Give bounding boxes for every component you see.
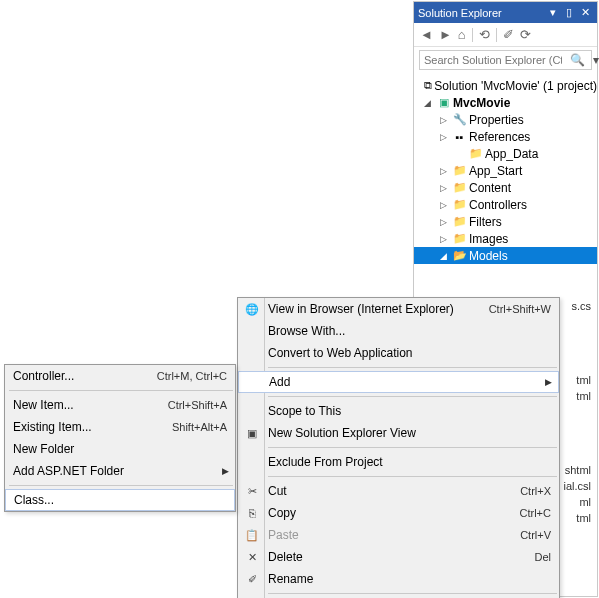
menu-paste: 📋PasteCtrl+V xyxy=(238,524,559,546)
ghost-file: tml xyxy=(557,390,597,406)
context-menu: 🌐View in Browser (Internet Explorer)Ctrl… xyxy=(237,297,560,598)
copy-icon: ⎘ xyxy=(244,507,260,519)
show-button[interactable]: ✐ xyxy=(503,27,514,42)
search-box[interactable]: 🔍 ▾ xyxy=(419,50,592,70)
ghost-file: ml xyxy=(557,496,597,512)
ghost-file: shtml xyxy=(557,464,597,480)
tree: ⧉Solution 'MvcMovie' (1 project) ◢▣MvcMo… xyxy=(414,73,597,268)
search-input[interactable] xyxy=(420,54,566,66)
search-icon[interactable]: 🔍 xyxy=(566,53,589,67)
submenu-class[interactable]: Class... xyxy=(5,489,235,511)
tree-item-properties[interactable]: ▷🔧Properties xyxy=(414,111,597,128)
separator xyxy=(268,367,557,368)
submenu-controller[interactable]: Controller...Ctrl+M, Ctrl+C xyxy=(5,365,235,387)
ghost-file: tml xyxy=(557,512,597,528)
menu-view-in-browser[interactable]: 🌐View in Browser (Internet Explorer)Ctrl… xyxy=(238,298,559,320)
separator xyxy=(472,28,473,42)
menu-convert[interactable]: Convert to Web Application xyxy=(238,342,559,364)
submenu-arrow-icon: ▶ xyxy=(222,466,229,476)
scope-button[interactable]: ⟲ xyxy=(479,27,490,42)
tree-item-references[interactable]: ▷▪▪References xyxy=(414,128,597,145)
back-button[interactable]: ◄ xyxy=(420,27,433,42)
pin-icon[interactable]: ▯ xyxy=(561,6,577,19)
close-icon[interactable]: ✕ xyxy=(577,6,593,19)
submenu-arrow-icon: ▶ xyxy=(545,377,552,387)
tree-item-content[interactable]: ▷📁Content xyxy=(414,179,597,196)
separator xyxy=(268,476,557,477)
cut-icon: ✂ xyxy=(244,485,260,498)
menu-delete[interactable]: ✕DeleteDel xyxy=(238,546,559,568)
add-submenu: Controller...Ctrl+M, Ctrl+C New Item...C… xyxy=(4,364,236,512)
tree-item-controllers[interactable]: ▷📁Controllers xyxy=(414,196,597,213)
menu-add[interactable]: Add▶ xyxy=(238,371,559,393)
panel-title: Solution Explorer xyxy=(418,7,545,19)
dropdown-icon[interactable]: ▾ xyxy=(545,6,561,19)
separator xyxy=(268,447,557,448)
delete-icon: ✕ xyxy=(244,551,260,564)
refresh-button[interactable]: ⟳ xyxy=(520,27,531,42)
tree-item-models[interactable]: ◢📂Models xyxy=(414,247,597,264)
submenu-new-folder[interactable]: New Folder xyxy=(5,438,235,460)
separator xyxy=(9,485,233,486)
menu-new-view[interactable]: ▣New Solution Explorer View xyxy=(238,422,559,444)
browser-icon: 🌐 xyxy=(244,303,260,316)
panel-toolbar: ◄ ► ⌂ ⟲ ✐ ⟳ xyxy=(414,23,597,47)
tree-item-filters[interactable]: ▷📁Filters xyxy=(414,213,597,230)
search-dropdown-icon[interactable]: ▾ xyxy=(589,53,599,67)
menu-cut[interactable]: ✂CutCtrl+X xyxy=(238,480,559,502)
menu-exclude[interactable]: Exclude From Project xyxy=(238,451,559,473)
tree-item-images[interactable]: ▷📁Images xyxy=(414,230,597,247)
separator xyxy=(268,593,557,594)
separator xyxy=(9,390,233,391)
paste-icon: 📋 xyxy=(244,529,260,542)
separator xyxy=(496,28,497,42)
menu-rename[interactable]: ✐Rename xyxy=(238,568,559,590)
forward-button[interactable]: ► xyxy=(439,27,452,42)
submenu-new-item[interactable]: New Item...Ctrl+Shift+A xyxy=(5,394,235,416)
submenu-aspnet-folder[interactable]: Add ASP.NET Folder▶ xyxy=(5,460,235,482)
menu-scope[interactable]: Scope to This xyxy=(238,400,559,422)
menu-copy[interactable]: ⎘CopyCtrl+C xyxy=(238,502,559,524)
separator xyxy=(268,396,557,397)
panel-header: Solution Explorer ▾ ▯ ✕ xyxy=(414,2,597,23)
project-node[interactable]: ◢▣MvcMovie xyxy=(414,94,597,111)
submenu-existing-item[interactable]: Existing Item...Shift+Alt+A xyxy=(5,416,235,438)
tree-item-app-start[interactable]: ▷📁App_Start xyxy=(414,162,597,179)
ghost-file: ial.csl xyxy=(557,480,597,496)
menu-browse-with[interactable]: Browse With... xyxy=(238,320,559,342)
rename-icon: ✐ xyxy=(244,573,260,586)
ghost-file: tml xyxy=(557,374,597,390)
home-button[interactable]: ⌂ xyxy=(458,27,466,42)
tree-item-app-data[interactable]: 📁App_Data xyxy=(414,145,597,162)
solution-node[interactable]: ⧉Solution 'MvcMovie' (1 project) xyxy=(414,77,597,94)
view-icon: ▣ xyxy=(244,427,260,440)
ghost-file: s.cs xyxy=(557,300,597,316)
